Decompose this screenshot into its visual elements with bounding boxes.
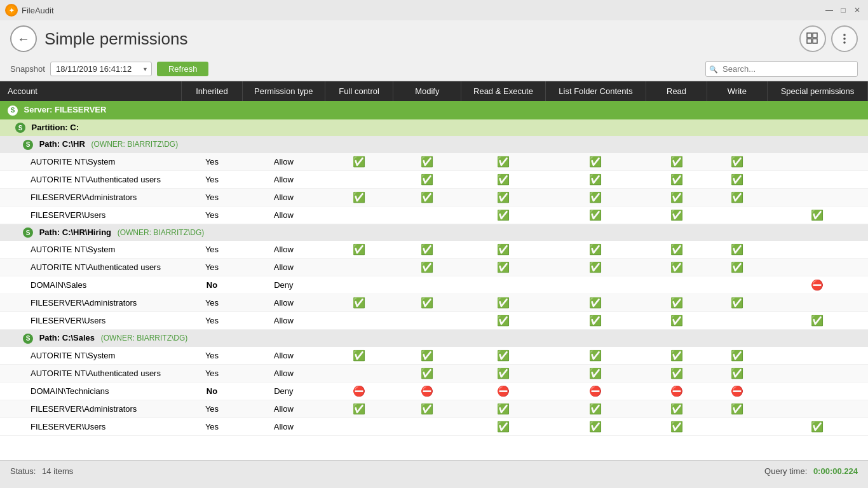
table-row: DOMAIN\Sales No Deny ⛔: [0, 276, 868, 294]
cell-special: [767, 347, 867, 365]
search-input[interactable]: [705, 61, 858, 77]
cell-special: ✅: [767, 206, 867, 224]
path-label: S Path: C:\HR (OWNER: BIARRITZ\DG): [0, 136, 868, 153]
svg-point-6: [843, 41, 846, 44]
cell-inherited: Yes: [182, 294, 242, 312]
cell-listfolder: ✅: [545, 347, 646, 365]
cell-modify: [393, 276, 461, 294]
cell-inherited: Yes: [182, 364, 242, 382]
cell-permtype: Allow: [242, 206, 325, 224]
cell-fullcontrol: [325, 417, 393, 435]
deny-icon: ⛔: [421, 386, 433, 396]
cell-readexecute: ⛔: [461, 382, 545, 400]
cell-fullcontrol: ✅: [325, 347, 393, 365]
maximize-button[interactable]: □: [837, 4, 849, 16]
cell-modify: [393, 417, 461, 435]
cell-read: ✅: [646, 400, 707, 417]
check-icon: ✅: [670, 350, 683, 361]
grid-icon-button[interactable]: [799, 25, 826, 52]
check-icon: ✅: [421, 297, 433, 308]
cell-permtype: Allow: [242, 364, 325, 382]
check-icon: ✅: [497, 368, 510, 379]
cell-readexecute: ✅: [461, 259, 545, 276]
snapshot-select[interactable]: 18/11/2019 16:41:12: [50, 62, 152, 76]
cell-permtype: Allow: [242, 294, 325, 312]
minimize-button[interactable]: —: [824, 4, 835, 16]
check-icon: ✅: [497, 403, 510, 414]
cell-inherited: Yes: [182, 188, 242, 206]
cell-write: ✅: [707, 170, 767, 188]
check-icon: ✅: [731, 244, 743, 255]
check-icon: ✅: [731, 350, 743, 361]
more-options-button[interactable]: [831, 25, 858, 52]
cell-write: ✅: [707, 259, 767, 276]
cell-readexecute: ✅: [461, 241, 545, 259]
check-icon: ✅: [731, 368, 743, 379]
check-icon: ✅: [670, 262, 683, 273]
cell-fullcontrol: [325, 312, 393, 330]
check-icon: ✅: [589, 315, 602, 326]
check-icon: ✅: [497, 297, 510, 308]
check-icon: ✅: [731, 192, 743, 203]
cell-write: [707, 417, 767, 435]
cell-readexecute: ✅: [461, 312, 545, 330]
check-icon: ✅: [497, 421, 510, 432]
cell-write: [707, 276, 767, 294]
cell-inherited: Yes: [182, 206, 242, 224]
status-bar: Status: 14 items Query time: 0:00:00.224: [0, 460, 868, 482]
cell-special: ⛔: [767, 276, 867, 294]
check-icon: ✅: [421, 174, 433, 185]
cell-modify: ✅: [393, 153, 461, 171]
cell-permtype: Allow: [242, 153, 325, 171]
col-header-readexecute: Read & Execute: [461, 81, 545, 101]
cell-special: [767, 153, 867, 171]
check-icon: ✅: [731, 297, 743, 308]
status-right: Query time: 0:00:00.224: [764, 466, 858, 476]
cell-listfolder: [545, 276, 646, 294]
cell-readexecute: ✅: [461, 417, 545, 435]
cell-special: [767, 364, 867, 382]
back-button[interactable]: ←: [10, 25, 37, 52]
check-icon: ✅: [670, 174, 683, 185]
check-icon: ✅: [670, 368, 683, 379]
cell-fullcontrol: [325, 170, 393, 188]
partition-label: S Partition: C:: [0, 119, 868, 137]
svg-point-5: [843, 37, 846, 40]
check-icon: ✅: [421, 244, 433, 255]
check-icon: ✅: [589, 244, 602, 255]
cell-listfolder: ✅: [545, 400, 646, 417]
check-icon: ✅: [497, 192, 510, 203]
col-header-account: Account: [0, 81, 182, 101]
deny-icon: ⛔: [731, 386, 743, 396]
cell-read: ✅: [646, 294, 707, 312]
cell-account: FILESERVER\Administrators: [0, 400, 182, 417]
check-icon: ✅: [731, 403, 743, 414]
check-icon: ✅: [731, 262, 743, 273]
cell-account: AUTORITE NT\Authenticated users: [0, 364, 182, 382]
search-wrapper: [705, 61, 858, 77]
col-header-inherited: Inherited: [182, 81, 242, 101]
check-icon: ✅: [731, 174, 743, 185]
path-label: S Path: C:\HR\Hiring (OWNER: BIARRITZ\DG…: [0, 224, 868, 241]
cell-special: [767, 188, 867, 206]
check-icon: ✅: [589, 262, 602, 273]
close-button[interactable]: ✕: [851, 4, 863, 16]
col-header-permtype: Permission type: [242, 81, 325, 101]
cell-inherited: Yes: [182, 241, 242, 259]
cell-write: ⛔: [707, 382, 767, 400]
refresh-button[interactable]: Refresh: [157, 62, 209, 76]
server-label: S Server: FILESERVER: [0, 101, 868, 119]
cell-modify: ⛔: [393, 382, 461, 400]
cell-read: ⛔: [646, 382, 707, 400]
check-icon: ✅: [589, 174, 602, 185]
col-header-fullcontrol: Full control: [325, 81, 393, 101]
server-row: S Server: FILESERVER: [0, 101, 868, 119]
status-items: 14 items: [42, 466, 73, 476]
cell-account: AUTORITE NT\Authenticated users: [0, 259, 182, 276]
check-icon: ✅: [589, 192, 602, 203]
cell-listfolder: ✅: [545, 153, 646, 171]
path-row: S Path: C:\Sales (OWNER: BIARRITZ\DG): [0, 330, 868, 347]
cell-special: [767, 170, 867, 188]
path-owner: (OWNER: BIARRITZ\DG): [118, 228, 205, 237]
cell-permtype: Allow: [242, 188, 325, 206]
